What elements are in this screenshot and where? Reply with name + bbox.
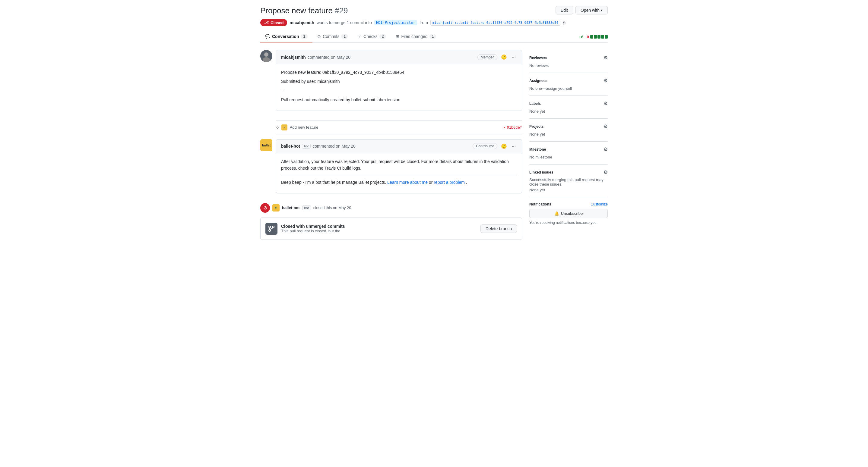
tab-commits-label: Commits xyxy=(323,34,339,39)
status-desc-mid: wants to merge 1 commit into xyxy=(317,20,372,25)
body-pre-text: Beep beep - I'm a bot that helps manage … xyxy=(281,180,387,185)
closed-bot-badge: bot xyxy=(302,205,311,210)
edit-button[interactable]: Edit xyxy=(556,6,573,14)
timeline: micahjsmith commented on May 20 Member 🙂… xyxy=(260,50,522,245)
sidebar-assignees: Assignees ⚙ No one—assign yourself xyxy=(529,73,608,96)
merge-icon: ⎇ xyxy=(264,20,269,25)
labels-gear-icon[interactable]: ⚙ xyxy=(603,101,608,106)
comment-body-para2: Beep beep - I'm a bot that helps manage … xyxy=(281,179,517,186)
tabs: 💬 Conversation 1 ⊙ Commits 1 ☑ Checks 2 … xyxy=(260,31,441,42)
bell-icon: 🔔 xyxy=(554,211,559,216)
report-problem-link[interactable]: report a problem xyxy=(434,180,465,185)
linked-issues-title: Linked issues xyxy=(529,170,553,174)
milestone-value: No milestone xyxy=(529,155,552,159)
tab-commits[interactable]: ⊙ Commits 1 xyxy=(312,31,353,42)
checks-icon: ☑ xyxy=(358,34,362,39)
tab-conversation-label: Conversation xyxy=(272,34,299,39)
tab-files-changed[interactable]: ⊞ Files changed 1 xyxy=(391,31,441,42)
comment-header-1: micahjsmith commented on May 20 Member 🙂… xyxy=(276,50,522,64)
body-end-text: . xyxy=(466,180,467,185)
body-mid-text: or xyxy=(429,180,434,185)
linked-issues-value1: Successfully merging this pull request m… xyxy=(529,177,608,187)
avatar-micahjsmith xyxy=(260,50,272,62)
projects-value: None yet xyxy=(529,132,545,136)
svg-point-4 xyxy=(272,226,274,228)
commit-sha: ✕ 01b0def xyxy=(503,125,522,130)
projects-gear-icon[interactable]: ⚙ xyxy=(603,124,608,129)
bot-badge: bot xyxy=(302,144,311,148)
status-text: Closed xyxy=(271,21,283,25)
delete-branch-button[interactable]: Delete branch xyxy=(480,225,517,233)
comment-date-1: commented on May 20 xyxy=(308,55,350,60)
labels-title: Labels xyxy=(529,102,541,106)
comment-author-info-1: micahjsmith commented on May 20 xyxy=(281,55,350,60)
copy-icon[interactable]: ⎘ xyxy=(563,20,565,25)
diff-block-1 xyxy=(590,35,593,39)
svg-point-2 xyxy=(263,57,270,62)
open-with-button[interactable]: Open with ▾ xyxy=(576,6,608,14)
comment-item-1: micahjsmith commented on May 20 Member 🙂… xyxy=(260,50,522,116)
assignees-title: Assignees xyxy=(529,79,548,83)
unmerged-header: Closed with unmerged commits This pull r… xyxy=(260,218,522,239)
avatar-ballet-bot: ballet xyxy=(260,139,272,151)
assignees-header: Assignees ⚙ xyxy=(529,78,608,84)
emoji-button-2[interactable]: 🙂 xyxy=(500,142,508,150)
diff-additions: +6 xyxy=(579,35,583,39)
unsubscribe-button[interactable]: 🔔 Unsubscribe xyxy=(529,209,608,218)
sidebar-reviewers: Reviewers ⚙ No reviews xyxy=(529,50,608,73)
comment-date-2: commented on May 20 xyxy=(312,144,355,148)
sha-value: 01b0def xyxy=(507,125,522,130)
sidebar-labels: Labels ⚙ None yet xyxy=(529,96,608,119)
sidebar-notifications: Notifications Customize 🔔 Unsubscribe Yo… xyxy=(529,197,608,230)
comment-body-2: After validation, your feature was rejec… xyxy=(276,153,522,193)
sidebar: Reviewers ⚙ No reviews Assignees ⚙ No on… xyxy=(529,50,608,245)
target-branch-link[interactable]: HDI-Project:master xyxy=(374,20,417,25)
linked-issues-gear-icon[interactable]: ⚙ xyxy=(603,169,608,175)
comment-body-1: Propose new feature: 0ab1ff30_a792_4c73_… xyxy=(276,64,522,110)
closed-icon: ⊘ xyxy=(260,203,270,213)
assignees-value: No one—assign yourself xyxy=(529,86,572,91)
svg-point-5 xyxy=(269,230,271,231)
pr-title-text: Propose new feature xyxy=(260,6,333,15)
customize-link[interactable]: Customize xyxy=(591,202,608,206)
header-actions: Edit Open with ▾ xyxy=(556,6,608,14)
tab-checks-count: 2 xyxy=(379,34,386,39)
source-branch-link[interactable]: micahjsmith:submit-feature-0ab1ff30-a792… xyxy=(430,20,560,26)
emoji-button-1[interactable]: 🙂 xyxy=(500,53,508,61)
reviewers-value: No reviews xyxy=(529,63,549,68)
reviewers-header: Reviewers ⚙ xyxy=(529,55,608,61)
comment-line-3: -- xyxy=(281,88,517,94)
unmerged-description: This pull request is closed, but the xyxy=(281,229,345,233)
assignees-gear-icon[interactable]: ⚙ xyxy=(603,78,608,84)
diff-block-2 xyxy=(594,35,597,39)
more-button-1[interactable]: ··· xyxy=(510,53,517,61)
sidebar-milestone: Milestone ⚙ No milestone xyxy=(529,142,608,165)
pr-number: #29 xyxy=(335,6,348,15)
diff-block-5 xyxy=(605,35,608,39)
chevron-down-icon: ▾ xyxy=(601,8,602,12)
files-icon: ⊞ xyxy=(396,34,399,39)
diff-block-3 xyxy=(597,35,600,39)
linked-issues-value2: None yet xyxy=(529,188,608,192)
tab-conversation-count: 1 xyxy=(301,34,308,39)
diff-block-4 xyxy=(601,35,604,39)
page-title: Propose new feature #29 xyxy=(260,6,348,15)
comment-item-2: ballet ballet-bot bot commented on May 2… xyxy=(260,139,522,198)
tab-files-label: Files changed xyxy=(401,34,427,39)
more-button-2[interactable]: ··· xyxy=(510,142,517,150)
reviewers-gear-icon[interactable]: ⚙ xyxy=(603,55,608,61)
comment-author-name-1: micahjsmith xyxy=(281,55,306,60)
ellipsis-icon-1: ··· xyxy=(512,55,516,60)
tab-checks[interactable]: ☑ Checks 2 xyxy=(353,31,391,42)
merge-icon-box xyxy=(266,223,277,235)
milestone-gear-icon[interactable]: ⚙ xyxy=(603,146,608,152)
comment-divider xyxy=(281,175,517,175)
commits-icon: ⊙ xyxy=(317,34,321,39)
labels-value: None yet xyxy=(529,109,545,113)
milestone-header: Milestone ⚙ xyxy=(529,146,608,152)
learn-more-link[interactable]: Learn more about me xyxy=(387,180,428,185)
comment-line-4: Pull request automatically created by ba… xyxy=(281,96,517,103)
unmerged-title-text: Closed with unmerged commits xyxy=(281,224,345,229)
labels-header: Labels ⚙ xyxy=(529,101,608,106)
tab-conversation[interactable]: 💬 Conversation 1 xyxy=(260,31,312,42)
